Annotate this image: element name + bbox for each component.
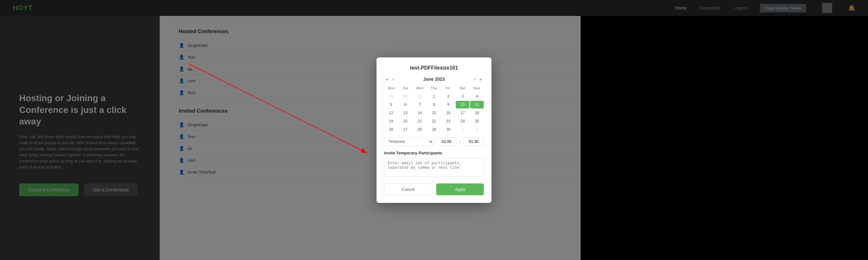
calendar-day[interactable]: 28 <box>413 126 427 133</box>
conference-modal: test-PDFFilesize101 « ‹ June 2023 › » Mo… <box>376 58 492 203</box>
cal-prev-button[interactable]: ‹ <box>391 76 396 82</box>
calendar-day[interactable]: 29 <box>427 126 441 133</box>
calendar-nav: « ‹ June 2023 › » <box>384 76 484 82</box>
calendar-day[interactable]: 23 <box>441 118 455 125</box>
invite-label: Invite Temporary Participants <box>384 151 484 155</box>
calendar-day[interactable]: 12 <box>384 109 398 117</box>
calendar-day[interactable]: 3 <box>456 93 469 100</box>
cal-next-button[interactable]: › <box>472 76 478 82</box>
calendar-day[interactable]: 30 <box>399 93 412 100</box>
cal-prev-prev-button[interactable]: « <box>384 76 391 82</box>
calendar-day[interactable]: 19 <box>384 118 398 125</box>
calendar-day[interactable]: 1 <box>456 126 469 133</box>
time-separator: - <box>459 139 461 144</box>
time-row: Timezone - <box>384 137 484 146</box>
calendar-day[interactable]: 1 <box>427 93 441 100</box>
calendar-day[interactable]: 16 <box>441 109 455 117</box>
calendar-day[interactable]: 15 <box>427 109 441 117</box>
calendar-day[interactable]: 5 <box>384 101 398 108</box>
calendar-day[interactable]: 17 <box>456 109 469 117</box>
cancel-button[interactable]: Cancel <box>384 184 432 195</box>
cal-header-wed: Wed <box>413 85 427 91</box>
cal-header-fri: Fri <box>441 85 455 91</box>
cal-prev-prev-group: « ‹ <box>384 76 396 82</box>
cal-header-mon: Mon <box>384 85 399 91</box>
modal-title: test-PDFFilesize101 <box>384 65 484 71</box>
calendar-day[interactable]: 29 <box>384 93 398 100</box>
calendar-day[interactable]: 21 <box>413 118 427 125</box>
calendar-day[interactable]: 2 <box>470 126 484 133</box>
timezone-select[interactable]: Timezone <box>384 137 434 146</box>
calendar-day[interactable]: 24 <box>456 118 469 125</box>
calendar-day[interactable]: 9 <box>441 101 455 108</box>
calendar-grid: 2930311234567891011121314151617181920212… <box>384 93 484 133</box>
cal-next-group: › » <box>472 76 484 82</box>
calendar-day[interactable]: 6 <box>399 101 412 108</box>
calendar-day[interactable]: 7 <box>413 101 427 108</box>
apply-button[interactable]: Apply <box>436 184 484 195</box>
cal-header-sat: Sat <box>455 85 470 91</box>
invite-participants-input[interactable] <box>384 158 484 177</box>
start-time-input[interactable] <box>436 137 457 146</box>
calendar-day[interactable]: 10 <box>456 101 469 108</box>
calendar-day[interactable]: 25 <box>470 118 484 125</box>
calendar-month-year: June 2023 <box>423 76 445 82</box>
calendar-day[interactable]: 22 <box>427 118 441 125</box>
calendar: « ‹ June 2023 › » Mon Tue Wed Thu Fri Sa… <box>384 76 484 133</box>
calendar-day[interactable]: 11 <box>470 101 484 108</box>
cal-next-next-button[interactable]: » <box>477 76 484 82</box>
calendar-day[interactable]: 20 <box>399 118 412 125</box>
calendar-day[interactable]: 27 <box>399 126 412 133</box>
calendar-day[interactable]: 14 <box>413 109 427 117</box>
calendar-day[interactable]: 31 <box>413 93 427 100</box>
end-time-input[interactable] <box>463 137 484 146</box>
cal-header-tue: Tue <box>399 85 413 91</box>
calendar-day[interactable]: 8 <box>427 101 441 108</box>
calendar-day[interactable]: 2 <box>441 93 455 100</box>
calendar-day[interactable]: 13 <box>399 109 412 117</box>
cal-header-thu: Thu <box>427 85 441 91</box>
calendar-header: Mon Tue Wed Thu Fri Sat Sun <box>384 85 484 91</box>
calendar-day[interactable]: 26 <box>384 126 398 133</box>
calendar-day[interactable]: 30 <box>441 126 455 133</box>
modal-actions: Cancel Apply <box>384 184 484 195</box>
cal-header-sun: Sun <box>469 85 484 91</box>
calendar-day[interactable]: 4 <box>470 93 484 100</box>
calendar-day[interactable]: 18 <box>470 109 484 117</box>
